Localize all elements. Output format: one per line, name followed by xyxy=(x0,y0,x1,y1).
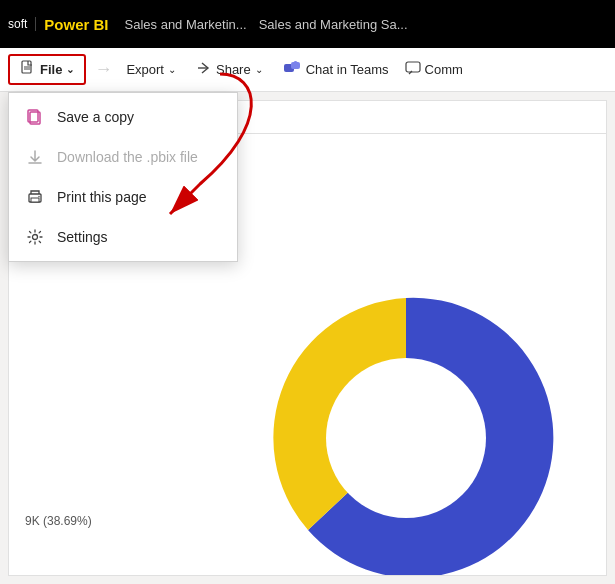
file-chevron: ⌄ xyxy=(66,64,74,75)
download-pbix-item[interactable]: Download the .pbix file xyxy=(9,137,237,177)
svg-point-15 xyxy=(326,358,486,518)
export-label: Export xyxy=(126,62,164,77)
svg-point-5 xyxy=(293,61,297,65)
download-pbix-label: Download the .pbix file xyxy=(57,149,198,165)
share-chevron: ⌄ xyxy=(255,64,263,75)
app-name: Power BI xyxy=(44,16,108,33)
file-label: File xyxy=(40,62,62,77)
report-title-1: Sales and Marketin... xyxy=(125,17,247,32)
share-label: Share xyxy=(216,62,251,77)
file-button[interactable]: File ⌄ xyxy=(8,54,86,85)
report-title-2: Sales and Marketing Sa... xyxy=(259,17,408,32)
toolbar-separator-1: → xyxy=(94,59,112,80)
comment-label: Comm xyxy=(425,62,463,77)
settings-item[interactable]: Settings xyxy=(9,217,237,257)
top-bar: soft Power BI Sales and Marketin... Sale… xyxy=(0,0,615,48)
export-button[interactable]: Export ⌄ xyxy=(116,58,186,81)
export-chevron: ⌄ xyxy=(168,64,176,75)
chart-label: 9K (38.69%) xyxy=(25,514,92,528)
comment-button[interactable]: Comm xyxy=(399,56,469,83)
file-dropdown-menu: Save a copy Download the .pbix file xyxy=(8,92,238,262)
print-page-item[interactable]: Print this page xyxy=(9,177,237,217)
share-button[interactable]: Share ⌄ xyxy=(186,56,273,83)
donut-chart xyxy=(246,278,566,576)
save-copy-item[interactable]: Save a copy xyxy=(9,97,237,137)
svg-rect-12 xyxy=(31,198,39,202)
teams-icon xyxy=(283,59,301,80)
svg-rect-6 xyxy=(406,62,420,72)
teams-chat-button[interactable]: Chat in Teams xyxy=(273,55,399,84)
svg-point-13 xyxy=(38,196,39,197)
settings-label: Settings xyxy=(57,229,108,245)
app-logo: soft xyxy=(8,17,36,31)
svg-point-14 xyxy=(33,235,38,240)
save-copy-label: Save a copy xyxy=(57,109,134,125)
print-icon xyxy=(25,187,45,207)
settings-icon xyxy=(25,227,45,247)
save-copy-icon xyxy=(25,107,45,127)
print-page-label: Print this page xyxy=(57,189,147,205)
file-icon xyxy=(20,60,36,79)
share-icon xyxy=(196,60,212,79)
toolbar: File ⌄ → Export ⌄ Share ⌄ Chat in Teams xyxy=(0,48,615,92)
comment-icon xyxy=(405,60,421,79)
download-icon xyxy=(25,147,45,167)
teams-label: Chat in Teams xyxy=(306,62,389,77)
